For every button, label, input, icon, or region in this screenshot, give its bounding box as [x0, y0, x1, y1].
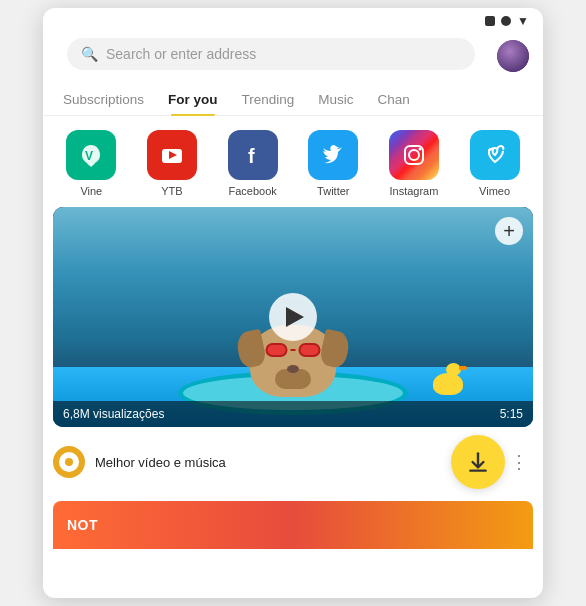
apps-row: V Vine YTB f Facebook Twitter: [43, 116, 543, 203]
vine-icon: V: [66, 130, 116, 180]
add-button[interactable]: +: [495, 217, 523, 245]
tab-chan[interactable]: Chan: [366, 84, 422, 115]
video-info-row: Melhor vídeo e música ⋮: [43, 427, 543, 497]
app-facebook[interactable]: f Facebook: [223, 130, 283, 197]
status-chevron-icon: ▼: [517, 14, 529, 28]
plus-icon: +: [503, 221, 515, 241]
app-ytb[interactable]: YTB: [142, 130, 202, 197]
vimeo-icon: [470, 130, 520, 180]
channel-icon: [53, 446, 85, 478]
more-button[interactable]: ⋮: [505, 448, 533, 476]
tab-trending[interactable]: Trending: [230, 84, 307, 115]
instagram-label: Instagram: [389, 185, 438, 197]
status-square-icon: [485, 16, 495, 26]
tab-music[interactable]: Music: [306, 84, 365, 115]
tab-for-you[interactable]: For you: [156, 84, 230, 115]
instagram-icon: [389, 130, 439, 180]
next-card-text: NOT: [67, 517, 98, 533]
app-vine[interactable]: V Vine: [61, 130, 121, 197]
phone-frame: ▼ 🔍 Search or enter address Subscription…: [43, 8, 543, 598]
status-circle-icon: [501, 16, 511, 26]
video-meta-bar: 6,8M visualizações 5:15: [53, 401, 533, 427]
status-bar: ▼: [43, 8, 543, 32]
svg-text:V: V: [85, 149, 93, 163]
svg-point-6: [418, 148, 421, 151]
duck-decoration: [433, 373, 463, 395]
video-thumbnail: + 6,8M visualizações 5:15: [53, 207, 533, 427]
search-icon: 🔍: [81, 46, 98, 62]
play-button[interactable]: [269, 293, 317, 341]
facebook-label: Facebook: [228, 185, 276, 197]
app-twitter[interactable]: Twitter: [303, 130, 363, 197]
app-vimeo[interactable]: Vimeo: [465, 130, 525, 197]
ytb-icon: [147, 130, 197, 180]
vine-label: Vine: [80, 185, 102, 197]
video-duration: 5:15: [500, 407, 523, 421]
twitter-label: Twitter: [317, 185, 349, 197]
vimeo-label: Vimeo: [479, 185, 510, 197]
nav-tabs: Subscriptions For you Trending Music Cha…: [43, 84, 543, 116]
ytb-label: YTB: [161, 185, 182, 197]
download-button[interactable]: [451, 435, 505, 489]
video-views: 6,8M visualizações: [63, 407, 164, 421]
tab-subscriptions[interactable]: Subscriptions: [51, 84, 156, 115]
facebook-icon: f: [228, 130, 278, 180]
search-bar[interactable]: 🔍 Search or enter address: [67, 38, 475, 70]
next-card-preview: NOT: [53, 501, 533, 549]
video-title: Melhor vídeo e música: [95, 455, 443, 470]
search-placeholder: Search or enter address: [106, 46, 461, 62]
svg-point-5: [409, 150, 419, 160]
app-instagram[interactable]: Instagram: [384, 130, 444, 197]
download-icon: [465, 449, 491, 475]
svg-text:f: f: [248, 145, 255, 167]
twitter-icon: [308, 130, 358, 180]
avatar[interactable]: [495, 38, 531, 74]
video-card[interactable]: + 6,8M visualizações 5:15: [53, 207, 533, 427]
